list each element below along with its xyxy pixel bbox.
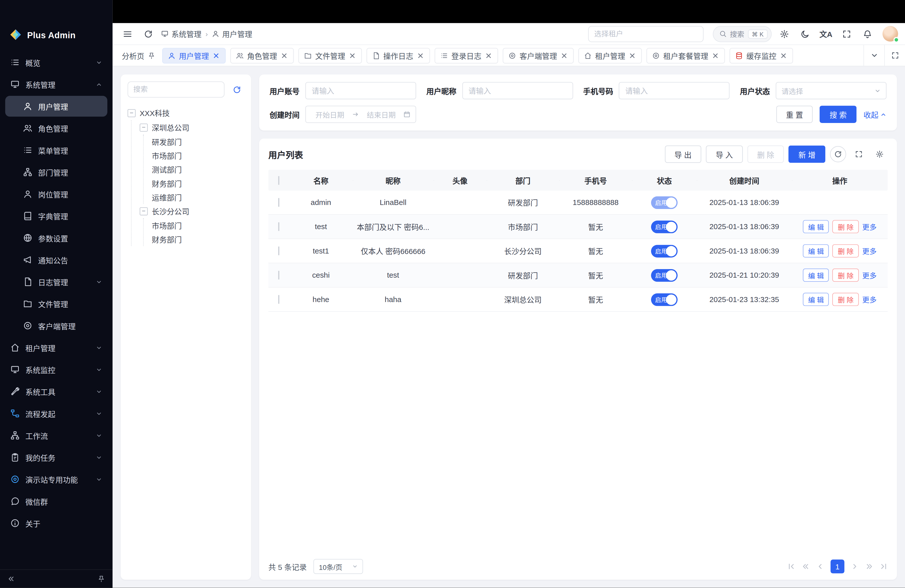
table-settings-button[interactable] xyxy=(872,146,888,162)
global-search-button[interactable]: 搜索 ⌘ K xyxy=(713,25,772,42)
current-page[interactable]: 1 xyxy=(830,559,845,574)
last-page-button[interactable] xyxy=(880,563,888,571)
status-select[interactable]: 请选择 xyxy=(776,82,887,99)
more-button[interactable]: 更多 xyxy=(862,245,876,256)
sidebar-item-overview[interactable]: 概览 xyxy=(5,52,107,73)
close-icon[interactable] xyxy=(485,52,492,59)
sidebar-item-system-tools[interactable]: 系统工具 xyxy=(5,381,107,402)
close-icon[interactable] xyxy=(213,52,220,59)
sidebar-item-wechat-group[interactable]: 微信群 xyxy=(5,491,107,512)
table-refresh-button[interactable] xyxy=(830,146,846,162)
language-button[interactable]: 文A xyxy=(818,25,834,42)
status-toggle[interactable]: 启用 xyxy=(651,196,678,209)
close-icon[interactable] xyxy=(780,52,788,59)
tab-operation-log[interactable]: 操作日志 xyxy=(367,48,430,63)
batch-delete-button[interactable]: 删 除 xyxy=(747,146,784,163)
tree-node-leaf[interactable]: 市场部门 xyxy=(152,218,244,232)
nickname-input[interactable] xyxy=(462,82,573,99)
tree-search-input[interactable] xyxy=(127,81,224,98)
add-user-button[interactable]: 新 增 xyxy=(789,146,825,163)
import-button[interactable]: 导 入 xyxy=(706,146,743,163)
status-toggle[interactable]: 启用 xyxy=(651,245,678,257)
more-button[interactable]: 更多 xyxy=(862,294,876,305)
sidebar-item-dict-management[interactable]: 字典管理 xyxy=(5,205,107,226)
collapse-node-icon[interactable]: − xyxy=(140,123,148,131)
row-checkbox[interactable] xyxy=(278,222,279,231)
collapse-node-icon[interactable]: − xyxy=(127,109,135,117)
tree-node-leaf[interactable]: 财务部门 xyxy=(152,176,244,190)
sidebar-item-my-tasks[interactable]: 我的任务 xyxy=(5,447,107,468)
tree-refresh-button[interactable] xyxy=(229,82,244,97)
delete-button[interactable]: 删 除 xyxy=(833,293,859,306)
edit-button[interactable]: 编 辑 xyxy=(803,244,829,257)
reset-button[interactable]: 重 置 xyxy=(776,106,813,123)
tenant-select-input[interactable] xyxy=(588,25,703,42)
tab-tenant-package-management[interactable]: 租户套餐管理 xyxy=(646,48,725,63)
fullscreen-button[interactable] xyxy=(838,25,855,42)
tab-client-management[interactable]: 客户端管理 xyxy=(503,48,574,63)
table-row[interactable]: test1 仅本人 密码666666 长沙分公司 暂无 启用 2025-01-1… xyxy=(268,239,888,263)
app-logo[interactable]: Plus Admin xyxy=(0,23,113,46)
tab-role-management[interactable]: 角色管理 xyxy=(230,48,294,63)
close-icon[interactable] xyxy=(417,52,424,59)
sidebar-item-user-management[interactable]: 用户管理 xyxy=(5,96,107,117)
sidebar-item-workflow[interactable]: 工作流 xyxy=(5,425,107,446)
sidebar-item-log-management[interactable]: 日志管理 xyxy=(5,271,107,292)
sidebar-item-system-management[interactable]: 系统管理 xyxy=(5,74,107,95)
table-row[interactable]: test 本部门及以下 密码6... 市场部门 暂无 启用 2025-01-13… xyxy=(268,215,888,239)
collapse-sidebar-icon[interactable] xyxy=(8,575,15,583)
collapse-menu-button[interactable] xyxy=(119,25,135,42)
sidebar-item-client-management[interactable]: 客户端管理 xyxy=(5,315,107,336)
tab-list-dropdown-button[interactable] xyxy=(864,45,884,66)
edit-button[interactable]: 编 辑 xyxy=(803,220,829,234)
breadcrumb-item-user[interactable]: 用户管理 xyxy=(212,29,252,40)
phone-input[interactable] xyxy=(619,82,730,99)
collapse-node-icon[interactable]: − xyxy=(140,207,148,215)
delete-button[interactable]: 删 除 xyxy=(833,269,859,282)
sidebar-item-tenant-management[interactable]: 租户管理 xyxy=(5,337,107,358)
jump-forward-button[interactable] xyxy=(865,563,873,571)
row-checkbox[interactable] xyxy=(278,295,279,304)
tab-cache-monitor[interactable]: 缓存监控 xyxy=(730,48,793,63)
tree-node-leaf[interactable]: 市场部门 xyxy=(152,148,244,162)
tree-node-leaf[interactable]: 测试部门 xyxy=(152,162,244,176)
table-row[interactable]: admin LinaBell 研发部门 15888888888 启用 2025-… xyxy=(268,191,888,215)
more-button[interactable]: 更多 xyxy=(862,221,876,232)
sidebar-item-about[interactable]: 关于 xyxy=(5,513,107,534)
sidebar-item-notice[interactable]: 通知公告 xyxy=(5,250,107,270)
account-input[interactable] xyxy=(305,82,416,99)
delete-button[interactable]: 删 除 xyxy=(833,220,859,234)
status-toggle[interactable]: 启用 xyxy=(651,220,678,233)
tree-node-root[interactable]: − XXX科技 xyxy=(127,106,244,120)
close-icon[interactable] xyxy=(712,52,719,59)
table-row[interactable]: hehe haha 深圳总公司 暂无 启用 2025-01-23 13:32:3… xyxy=(268,288,888,311)
tree-node-branch[interactable]: − 长沙分公司 xyxy=(140,204,245,218)
sidebar-item-param-settings[interactable]: 参数设置 xyxy=(5,227,107,248)
refresh-page-button[interactable] xyxy=(140,25,156,42)
table-fullscreen-button[interactable] xyxy=(851,146,867,162)
close-icon[interactable] xyxy=(349,52,356,59)
search-button[interactable]: 搜 索 xyxy=(820,106,856,123)
notifications-button[interactable] xyxy=(859,25,876,42)
content-fullscreen-button[interactable] xyxy=(884,45,905,66)
tab-tenant-management[interactable]: 租户管理 xyxy=(578,48,642,63)
row-checkbox[interactable] xyxy=(278,246,279,255)
page-size-select[interactable]: 10条/页 xyxy=(314,559,363,574)
sidebar-item-role-management[interactable]: 角色管理 xyxy=(5,118,107,138)
row-checkbox[interactable] xyxy=(278,271,279,280)
status-toggle[interactable]: 启用 xyxy=(651,293,678,306)
sidebar-item-menu-management[interactable]: 菜单管理 xyxy=(5,140,107,161)
pin-sidebar-icon[interactable] xyxy=(98,575,105,583)
user-avatar[interactable] xyxy=(882,26,898,41)
sidebar-item-file-management[interactable]: 文件管理 xyxy=(5,293,107,314)
breadcrumb-item-system[interactable]: 系统管理 xyxy=(161,29,202,40)
tab-analysis[interactable]: 分析页 xyxy=(119,48,158,63)
tab-file-management[interactable]: 文件管理 xyxy=(298,48,362,63)
tab-login-log[interactable]: 登录日志 xyxy=(435,48,498,63)
settings-button[interactable] xyxy=(776,25,792,42)
delete-button[interactable]: 删 除 xyxy=(833,244,859,257)
jump-back-button[interactable] xyxy=(802,563,810,571)
table-row[interactable]: ceshi test 研发部门 暂无 启用 2025-01-21 10:20:3… xyxy=(268,263,888,288)
sidebar-item-demo-features[interactable]: 演示站专用功能 xyxy=(5,469,107,489)
sidebar-item-process-initiate[interactable]: 流程发起 xyxy=(5,403,107,424)
